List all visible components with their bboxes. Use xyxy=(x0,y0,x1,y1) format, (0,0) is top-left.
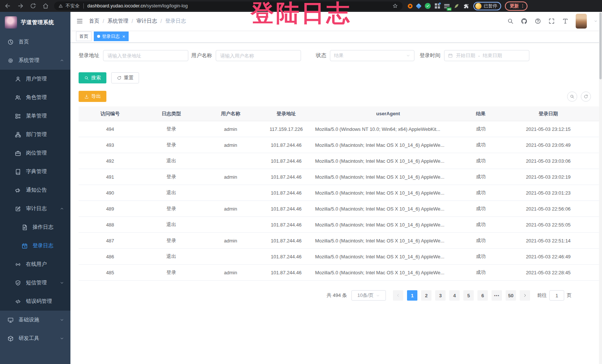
browser-update-button[interactable]: 更新 xyxy=(505,1,527,11)
reload-icon[interactable] xyxy=(30,3,36,9)
cell-result: 成功 xyxy=(464,253,497,260)
date-end-placeholder: 结束日期 xyxy=(483,52,502,59)
extension-feather-icon[interactable] xyxy=(454,3,459,9)
extension-grid-icon[interactable] xyxy=(435,3,440,9)
audit-log-icon xyxy=(15,206,21,212)
login-address-input[interactable] xyxy=(103,50,188,61)
fullscreen-icon[interactable] xyxy=(548,18,555,24)
sidebar-item-label: 基础设施 xyxy=(19,317,39,323)
refresh-table-button[interactable] xyxy=(581,92,591,102)
next-page-button[interactable] xyxy=(520,290,530,301)
role-icon xyxy=(15,95,21,101)
date-range-picker[interactable]: 开始日期 - 结束日期 xyxy=(444,50,529,61)
sidebar-item-label: 菜单管理 xyxy=(26,113,47,119)
reset-button[interactable]: 重置 xyxy=(111,72,139,83)
cell-result: 成功 xyxy=(464,221,497,228)
sidebar-item-sms[interactable]: 短信管理 xyxy=(0,274,70,292)
sidebar-item-announcement[interactable]: 通知公告 xyxy=(0,181,70,199)
hamburger-icon[interactable] xyxy=(76,17,83,25)
breadcrumb-item[interactable]: 首页 xyxy=(89,18,99,24)
cell-user: admin xyxy=(201,238,260,244)
page-button[interactable]: 3 xyxy=(435,290,446,301)
status-select[interactable]: 结果 xyxy=(330,50,414,61)
avatar-caret-icon[interactable] xyxy=(594,19,598,23)
header-search-icon[interactable] xyxy=(507,18,514,24)
page-button[interactable]: 1 xyxy=(407,290,417,301)
search-button[interactable]: 搜索 xyxy=(79,72,106,83)
logo-avatar xyxy=(5,16,17,29)
table-row: 490退出101.87.244.46Mozilla/5.0 (Macintosh… xyxy=(79,185,599,201)
sidebar-item-dictionary[interactable]: 字典管理 xyxy=(0,162,70,181)
sidebar-item-post[interactable]: 岗位管理 xyxy=(0,144,70,162)
extension-check-icon[interactable] xyxy=(425,3,431,9)
login-address-label: 登录地址 xyxy=(79,52,99,59)
breadcrumb-item[interactable]: 系统管理 xyxy=(108,18,128,24)
close-icon[interactable]: × xyxy=(122,34,125,39)
page-button[interactable]: 2 xyxy=(421,290,431,301)
forward-icon[interactable] xyxy=(17,3,24,9)
github-icon[interactable] xyxy=(521,18,527,24)
sidebar-item-error-code[interactable]: 错误码管理 xyxy=(0,292,70,311)
table-row: 488退出101.87.244.46Mozilla/5.0 (Macintosh… xyxy=(79,217,599,233)
page-scrollbar[interactable] xyxy=(599,12,602,364)
goto-page-input[interactable] xyxy=(549,290,564,301)
extension-donut-icon[interactable] xyxy=(408,4,413,9)
chevron-right-icon xyxy=(523,293,527,298)
login-log-table: 访问编号日志类型用户名称登录地址userAgent结果登录日期 494登录adm… xyxy=(79,106,599,281)
app-header: 首页/系统管理/审计日志/登录日志 xyxy=(70,12,602,30)
home-icon[interactable] xyxy=(42,3,49,9)
tag-active[interactable]: 登录日志× xyxy=(94,32,129,41)
toggle-search-button[interactable] xyxy=(567,92,577,102)
sidebar-item-online-user[interactable]: 在线用户 xyxy=(0,255,70,274)
sidebar-item-dashboard[interactable]: 首页 xyxy=(0,33,70,51)
gear-icon xyxy=(7,57,14,64)
sidebar-item-department-tree[interactable]: 部门管理 xyxy=(0,125,70,144)
sidebar-item-operation-log[interactable]: 操作日志 xyxy=(0,218,70,236)
page-ellipsis[interactable]: ••• xyxy=(492,290,502,301)
page-button[interactable]: 5 xyxy=(463,290,474,301)
font-size-icon[interactable] xyxy=(562,18,569,24)
notification-dot xyxy=(439,2,441,5)
sidebar-item-label: 登录日志 xyxy=(33,242,53,249)
filter-username: 用户名称 xyxy=(191,50,301,61)
sms-icon xyxy=(15,280,21,286)
extension-diamond-icon[interactable] xyxy=(416,3,422,9)
check-icon xyxy=(426,4,430,8)
page-button[interactable]: 4 xyxy=(449,290,460,301)
page-button[interactable]: 50 xyxy=(506,290,516,301)
cell-id: 486 xyxy=(79,254,142,259)
back-icon[interactable] xyxy=(4,3,11,9)
cell-ip: 101.87.244.46 xyxy=(260,254,312,259)
sidebar-item-user[interactable]: 用户管理 xyxy=(0,70,70,88)
cell-date: 2021-05-03 22:46:49 xyxy=(497,254,599,259)
address-bar[interactable]: 不安全 dashboard.yudao.iocoder.cn/system/lo… xyxy=(54,1,403,10)
extensions-puzzle-icon[interactable] xyxy=(463,3,469,9)
username-input[interactable] xyxy=(216,50,301,61)
sidebar-item-label: 通知公告 xyxy=(26,187,47,193)
page-size-select[interactable]: 10条/页 xyxy=(351,290,386,301)
sidebar-item-infrastructure[interactable]: 基础设施 xyxy=(0,311,70,329)
sidebar-item-login-log[interactable]: 登录日志 xyxy=(0,236,70,255)
tag-item[interactable]: 首页 xyxy=(76,32,92,41)
page-button[interactable]: 6 xyxy=(477,290,488,301)
browser-profile-chip[interactable]: 已暂停 xyxy=(473,2,501,10)
extension-list-icon[interactable]: on xyxy=(444,4,450,9)
prev-page-button[interactable] xyxy=(393,290,403,301)
goto-label: 前往 xyxy=(537,292,547,299)
sidebar-item-audit-log[interactable]: 审计日志 xyxy=(0,199,70,218)
sidebar-item-gear[interactable]: 系统管理 xyxy=(0,51,70,70)
sidebar-item-menu-tree[interactable]: 菜单管理 xyxy=(0,107,70,125)
goto-page: 前往 页 xyxy=(537,290,572,301)
app-logo-row[interactable]: 芋道管理系统 xyxy=(0,12,70,33)
scrollbar-thumb[interactable] xyxy=(599,13,602,79)
sidebar-item-dev-tools[interactable]: 研发工具 xyxy=(0,329,70,348)
user-avatar[interactable] xyxy=(576,14,587,29)
sidebar-item-role[interactable]: 角色管理 xyxy=(0,88,70,107)
help-icon[interactable] xyxy=(535,18,541,24)
bookmark-star-icon[interactable] xyxy=(392,3,398,9)
browser-nav-buttons xyxy=(0,3,54,9)
cell-id: 494 xyxy=(79,126,142,132)
kebab-menu-icon[interactable] xyxy=(520,3,525,9)
export-button[interactable]: 导出 xyxy=(79,91,106,102)
breadcrumb-item[interactable]: 审计日志 xyxy=(136,18,157,24)
